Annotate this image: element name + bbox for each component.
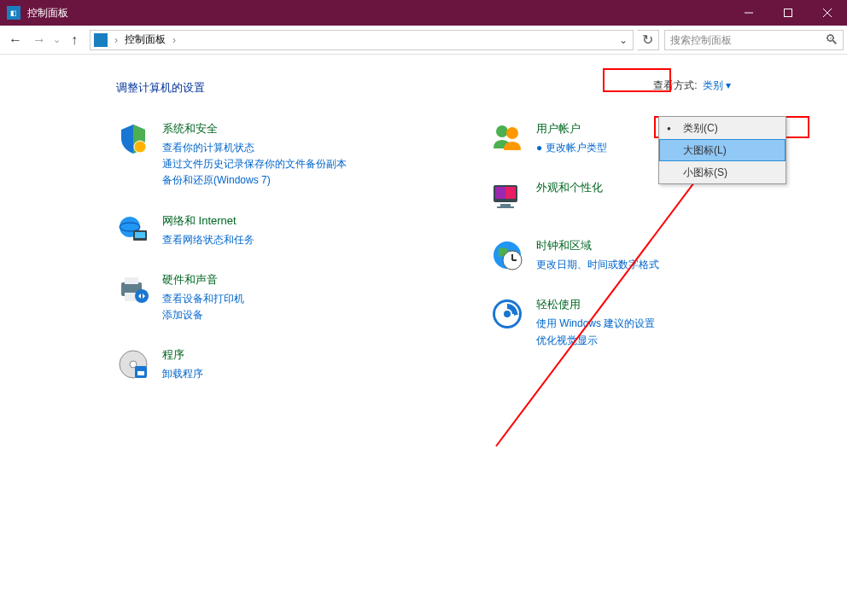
category-link[interactable]: 备份和还原(Windows 7): [162, 172, 347, 189]
view-by-dropdown: 类别(C) 大图标(L) 小图标(S): [658, 116, 786, 184]
category-title[interactable]: 轻松使用: [536, 297, 655, 312]
chevron-right-icon[interactable]: ›: [169, 34, 179, 46]
svg-point-12: [135, 289, 149, 303]
titlebar: ◧ 控制面板: [0, 0, 847, 26]
globe-icon: [116, 213, 150, 247]
minimize-button[interactable]: [729, 0, 768, 26]
svg-point-18: [506, 127, 518, 139]
content-area: 调整计算机的设置 查看方式: 类别 ▾ 类别(C) 大图标(L) 小图标(S) …: [0, 55, 847, 616]
svg-rect-10: [125, 277, 138, 284]
category-item: 系统和安全查看你的计算机状态通过文件历史记录保存你的文件备份副本备份和还原(Wi…: [116, 121, 456, 189]
view-by-label: 查看方式:: [653, 78, 697, 93]
users-icon: [490, 121, 524, 155]
category-item: 程序卸载程序: [116, 347, 456, 382]
ease-icon: [490, 297, 524, 331]
printer-icon: [116, 272, 150, 306]
svg-rect-1: [785, 9, 792, 17]
svg-point-31: [504, 311, 511, 317]
category-link[interactable]: 查看网络状态和任务: [162, 232, 254, 248]
app-icon: ◧: [7, 6, 20, 20]
category-link[interactable]: 通过文件历史记录保存你的文件备份副本: [162, 156, 347, 172]
category-title[interactable]: 用户帐户: [536, 121, 607, 137]
window-title: 控制面板: [27, 6, 729, 20]
svg-rect-8: [135, 232, 145, 238]
category-title[interactable]: 时钟和区域: [536, 238, 659, 253]
category-item: 时钟和区域更改日期、时间或数字格式: [490, 238, 830, 273]
svg-rect-23: [497, 206, 514, 208]
category-link[interactable]: ● 更改帐户类型: [536, 140, 607, 156]
disc-icon: [116, 347, 150, 381]
svg-point-17: [496, 125, 508, 137]
category-link[interactable]: 卸载程序: [162, 366, 203, 382]
search-box[interactable]: 🔍︎: [664, 30, 844, 50]
svg-rect-16: [137, 371, 144, 375]
view-by-link[interactable]: 类别 ▾: [703, 78, 731, 93]
refresh-button[interactable]: ↻: [637, 30, 659, 50]
svg-rect-21: [495, 187, 505, 199]
up-button[interactable]: ↑: [64, 30, 85, 50]
back-button[interactable]: ←: [5, 30, 26, 50]
svg-point-4: [134, 141, 146, 153]
chevron-right-icon: ›: [111, 34, 121, 46]
clock-icon: [490, 238, 524, 272]
category-title[interactable]: 系统和安全: [162, 121, 347, 137]
category-link[interactable]: 更改日期、时间或数字格式: [536, 257, 659, 273]
history-dropdown[interactable]: ⌄: [53, 34, 61, 45]
category-item: 硬件和声音查看设备和打印机添加设备: [116, 272, 456, 323]
category-link[interactable]: 添加设备: [162, 307, 244, 323]
category-item: 外观和个性化: [490, 180, 830, 214]
view-option-category[interactable]: 类别(C): [659, 117, 786, 139]
close-button[interactable]: [808, 0, 847, 26]
category-item: 轻松使用使用 Windows 建议的设置优化视觉显示: [490, 297, 830, 348]
search-icon[interactable]: 🔍︎: [821, 32, 843, 48]
forward-button: →: [29, 30, 50, 50]
category-item: 网络和 Internet查看网络状态和任务: [116, 213, 456, 248]
category-title[interactable]: 外观和个性化: [536, 180, 603, 195]
left-column: 系统和安全查看你的计算机状态通过文件历史记录保存你的文件备份副本备份和还原(Wi…: [116, 121, 456, 406]
category-title[interactable]: 程序: [162, 347, 203, 363]
address-text[interactable]: 控制面板: [121, 32, 169, 47]
control-panel-icon: [94, 33, 108, 47]
search-input[interactable]: [665, 34, 821, 46]
maximize-button[interactable]: [768, 0, 808, 26]
category-link[interactable]: 优化视觉显示: [536, 333, 655, 349]
category-title[interactable]: 硬件和声音: [162, 272, 244, 288]
view-option-small-icons[interactable]: 小图标(S): [659, 161, 786, 183]
address-bar[interactable]: › 控制面板 › ⌄: [90, 30, 634, 50]
category-title[interactable]: 网络和 Internet: [162, 213, 254, 229]
shield-icon: [116, 121, 150, 155]
appearance-icon: [490, 180, 524, 214]
svg-rect-22: [500, 204, 511, 206]
view-option-large-icons[interactable]: 大图标(L): [659, 139, 786, 161]
address-dropdown[interactable]: ⌄: [613, 34, 633, 46]
category-link[interactable]: 使用 Windows 建议的设置: [536, 316, 655, 332]
category-link[interactable]: 查看你的计算机状态: [162, 140, 347, 156]
toolbar: ← → ⌄ ↑ › 控制面板 › ⌄ ↻ 🔍︎: [0, 26, 847, 55]
category-link[interactable]: 查看设备和打印机: [162, 291, 244, 307]
view-by-control: 查看方式: 类别 ▾ 类别(C) 大图标(L) 小图标(S): [653, 78, 731, 93]
